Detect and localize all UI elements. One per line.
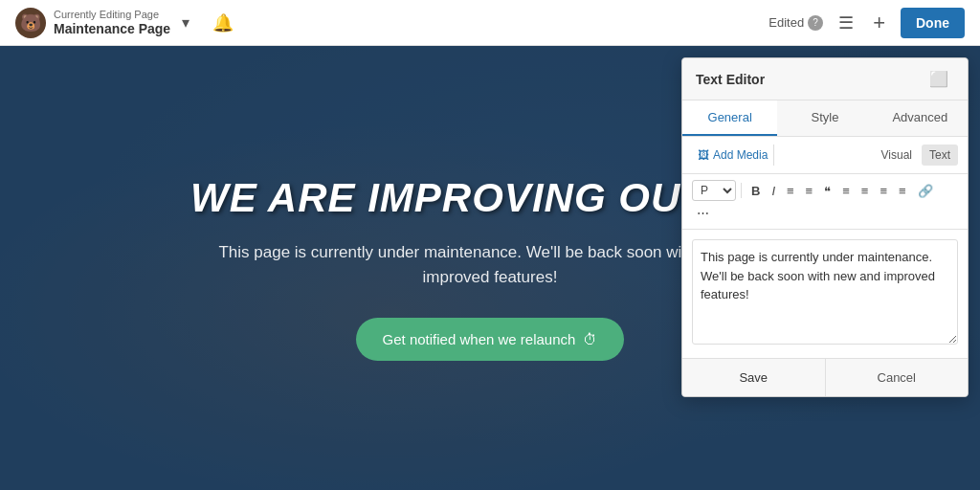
help-icon[interactable]: ? — [808, 15, 823, 31]
notify-button-label: Get notified when we relaunch — [383, 331, 576, 347]
page-name-label: Maintenance Page — [54, 21, 170, 37]
editor-content-area — [682, 230, 968, 358]
list-view-button[interactable]: ☰ — [835, 9, 858, 37]
more-button[interactable]: ⋯ — [692, 203, 714, 223]
cancel-button[interactable]: Cancel — [826, 359, 969, 396]
bold-button[interactable]: B — [746, 181, 765, 201]
main-area: We Are Improving Our We This page is cur… — [0, 46, 980, 490]
text-view-button[interactable]: Text — [922, 145, 958, 166]
page-info: Currently Editing Page Maintenance Page — [54, 9, 170, 37]
topbar: 🐻 Currently Editing Page Maintenance Pag… — [0, 0, 980, 46]
save-button[interactable]: Save — [682, 359, 826, 396]
link-button[interactable]: 🔗 — [913, 181, 938, 201]
blockquote-button[interactable]: ❝ — [819, 181, 835, 201]
align-left-button[interactable]: ≡ — [837, 181, 855, 201]
add-button[interactable]: + — [869, 7, 889, 39]
bell-icon: 🔔 — [212, 13, 234, 33]
paragraph-select[interactable]: P H1 H2 H3 — [692, 180, 736, 201]
page-dropdown-button[interactable]: ▾ — [178, 10, 193, 35]
panel-title: Text Editor — [696, 72, 765, 87]
align-right-button[interactable]: ≡ — [875, 181, 892, 201]
edited-text: Edited — [768, 15, 804, 30]
logo-icon: 🐻 — [15, 8, 46, 38]
done-button[interactable]: Done — [901, 8, 965, 38]
edited-status: Edited ? — [768, 15, 823, 31]
align-justify-button[interactable]: ≡ — [894, 181, 911, 201]
currently-editing-label: Currently Editing Page — [54, 9, 170, 21]
panel-tabs: General Style Advanced — [682, 100, 968, 137]
add-media-icon: 🖼 — [698, 148, 709, 162]
panel-header: Text Editor ⬜ — [682, 58, 968, 100]
italic-button[interactable]: I — [767, 181, 780, 201]
text-editor-panel: Text Editor ⬜ General Style Advanced 🖼 A… — [681, 57, 969, 397]
ul-button[interactable]: ≡ — [782, 181, 799, 201]
visual-view-button[interactable]: Visual — [874, 145, 920, 166]
tab-general[interactable]: General — [682, 100, 777, 136]
editor-toolbar: 🖼 Add Media Visual Text — [682, 137, 968, 174]
topbar-right: Edited ? ☰ + Done — [768, 7, 965, 39]
add-media-label: Add Media — [713, 148, 768, 162]
topbar-left: 🐻 Currently Editing Page Maintenance Pag… — [15, 8, 768, 38]
align-center-button[interactable]: ≡ — [857, 181, 874, 201]
notify-button[interactable]: Get notified when we relaunch ⏱ — [356, 318, 625, 361]
tab-advanced[interactable]: Advanced — [873, 100, 968, 136]
editor-textarea[interactable] — [692, 239, 958, 345]
bell-button[interactable]: 🔔 — [209, 9, 237, 37]
format-toolbar: P H1 H2 H3 B I ≡ ≡ ❝ ≡ ≡ ≡ ≡ 🔗 ⋯ — [682, 174, 968, 230]
panel-collapse-button[interactable]: ⬜ — [924, 68, 954, 90]
tab-style[interactable]: Style — [777, 100, 872, 136]
add-media-button[interactable]: 🖼 Add Media — [692, 145, 774, 166]
panel-footer: Save Cancel — [682, 358, 968, 396]
clock-icon: ⏱ — [583, 331, 597, 347]
ol-button[interactable]: ≡ — [801, 181, 818, 201]
